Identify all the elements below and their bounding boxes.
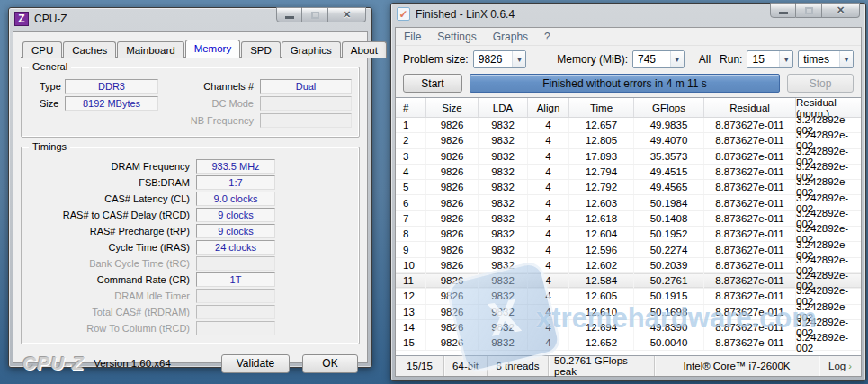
tab-about[interactable]: About	[342, 41, 387, 58]
start-button[interactable]: Start	[403, 74, 462, 93]
cpuz-window-title: CPU-Z	[34, 13, 67, 25]
desktop: { "cpuz": { "title": "CPU-Z", "icon_lett…	[0, 0, 868, 384]
table-cell: 9832	[479, 133, 528, 147]
run-count-combo[interactable]: 15 ▼	[747, 50, 793, 68]
table-row[interactable]: 198269832412.65749.98358.873627e-0113.24…	[396, 118, 861, 133]
table-row[interactable]: 598269832412.79249.45658.873627e-0113.24…	[396, 180, 861, 195]
timing-row: DRAM Idle Timer	[29, 288, 352, 304]
table-row[interactable]: 1298269832412.60550.19158.873627e-0113.2…	[396, 289, 861, 304]
ok-button[interactable]: OK	[302, 354, 358, 373]
maximize-icon[interactable]	[796, 3, 822, 18]
table-cell: 4	[528, 118, 569, 132]
field-label: Type	[29, 81, 65, 92]
column-header[interactable]: GFlops	[634, 98, 704, 117]
table-cell: 4	[528, 211, 569, 226]
linx-run-row: Start Finished without errors in 4 m 11 …	[396, 72, 861, 97]
table-row[interactable]: 1198269832412.58450.27618.873627e-0113.2…	[396, 273, 861, 289]
log-button[interactable]: Log ›	[819, 356, 861, 376]
table-cell: 8.873627e-011	[704, 242, 796, 256]
table-cell: 9826	[426, 320, 479, 335]
table-cell: 4	[528, 149, 569, 164]
validate-button[interactable]: Validate	[221, 354, 290, 373]
table-cell: 9826	[426, 305, 479, 319]
table-cell: 50.1952	[634, 227, 704, 241]
table-cell: 9832	[479, 320, 528, 335]
minimize-icon[interactable]	[770, 3, 796, 18]
table-cell: 49.8390	[634, 320, 704, 335]
close-icon[interactable]: ✕	[328, 7, 366, 22]
tab-caches[interactable]: Caches	[63, 41, 116, 58]
maximize-icon[interactable]	[302, 7, 328, 22]
tab-mainboard[interactable]: Mainboard	[117, 41, 183, 58]
column-header[interactable]: Size	[426, 98, 479, 117]
table-row[interactable]: 898269832412.60450.19528.873627e-0113.24…	[396, 227, 861, 242]
table-cell: 12.618	[569, 211, 634, 226]
progress-bar: Finished without errors in 4 m 11 s	[470, 74, 780, 93]
menu-item-graphs[interactable]: Graphs	[493, 31, 528, 43]
column-header[interactable]: Align	[528, 98, 569, 117]
cpuz-timings-group: Timings DRAM Frequency933.5 MHzFSB:DRAM1…	[21, 147, 360, 344]
column-header[interactable]: #	[396, 98, 426, 117]
menu-item-file[interactable]: File	[404, 31, 421, 43]
table-cell: 50.1408	[634, 211, 704, 226]
table-cell: 50.2274	[634, 242, 704, 256]
column-header[interactable]: Time	[569, 98, 634, 117]
close-icon[interactable]: ✕	[822, 3, 860, 18]
table-cell: 9832	[479, 242, 528, 256]
table-cell: 13	[396, 305, 426, 319]
run-unit-combo[interactable]: times ▼	[798, 50, 854, 68]
tab-cpu[interactable]: CPU	[22, 41, 62, 58]
timing-label: CAS# Latency (CL)	[29, 193, 196, 204]
general-field-row: DC Mode	[177, 95, 352, 112]
memory-combo[interactable]: 745 ▼	[632, 50, 685, 68]
table-row[interactable]: 1498269832412.69449.83908.873627e-0113.2…	[396, 320, 861, 335]
timing-value	[196, 321, 275, 335]
cpuz-version: Version 1.60.x64	[94, 358, 171, 369]
table-cell: 3.242892e-002	[796, 335, 861, 350]
run-unit-value: times	[799, 53, 839, 66]
minimize-icon[interactable]	[276, 7, 302, 22]
table-row[interactable]: 998269832412.59650.22748.873627e-0113.24…	[396, 242, 861, 257]
chevron-right-icon: ›	[848, 361, 852, 371]
timing-row: Total CAS# (tRDRAM)	[29, 304, 352, 320]
table-cell: 9832	[479, 180, 528, 194]
linx-titlebar[interactable]: ✓ Finished - LinX 0.6.4 ✕	[391, 4, 865, 24]
chevron-down-icon: ▼	[512, 51, 525, 67]
general-field-row: NB Frequency	[177, 112, 352, 129]
table-row[interactable]: 698269832412.60350.19848.873627e-0113.24…	[396, 195, 861, 210]
table-cell: 4	[528, 258, 569, 272]
field-label: Channels #	[177, 81, 260, 92]
table-cell: 9832	[479, 165, 528, 179]
table-cell: 49.4565	[634, 180, 704, 194]
menu-item-help[interactable]: ?	[544, 31, 550, 43]
table-row[interactable]: 1598269832412.65250.00408.873627e-0113.2…	[396, 335, 861, 351]
table-cell: 4	[528, 165, 569, 179]
table-cell: 50.1984	[634, 195, 704, 210]
table-row[interactable]: 1398269832412.61050.16988.873627e-0113.2…	[396, 305, 861, 320]
table-cell: 9826	[426, 335, 479, 350]
problem-size-combo[interactable]: 9826 ▼	[473, 50, 527, 68]
table-cell: 2	[396, 133, 426, 147]
table-row[interactable]: 298269832412.80549.40708.873627e-0113.24…	[396, 133, 861, 148]
cpuz-titlebar[interactable]: Z CPU-Z ✕	[9, 8, 371, 29]
column-header[interactable]: LDA	[479, 98, 528, 117]
table-cell: 10	[396, 258, 426, 272]
column-header[interactable]: Residual	[704, 98, 796, 117]
table-row[interactable]: 1098269832412.60250.20398.873627e-0113.2…	[396, 258, 861, 273]
table-cell: 12.657	[569, 118, 634, 132]
stop-button[interactable]: Stop	[787, 74, 854, 93]
linx-client-area: FileSettingsGraphs? Problem size: 9826 ▼…	[395, 27, 862, 377]
table-row[interactable]: 498269832412.79449.45158.873627e-0113.24…	[396, 165, 861, 180]
table-cell: 4	[528, 305, 569, 319]
table-cell: 9826	[426, 258, 479, 272]
table-cell: 49.4515	[634, 165, 704, 179]
tab-memory[interactable]: Memory	[185, 40, 241, 58]
menu-item-settings[interactable]: Settings	[437, 31, 476, 43]
table-row[interactable]: 798269832412.61850.14088.873627e-0113.24…	[396, 211, 861, 227]
table-row[interactable]: 398269832417.89335.35738.873627e-0113.24…	[396, 149, 861, 165]
table-cell: 7	[396, 211, 426, 226]
table-cell: 9826	[426, 227, 479, 241]
tab-graphics[interactable]: Graphics	[282, 41, 341, 58]
tab-spd[interactable]: SPD	[241, 41, 281, 58]
table-cell: 8.873627e-011	[704, 211, 796, 226]
